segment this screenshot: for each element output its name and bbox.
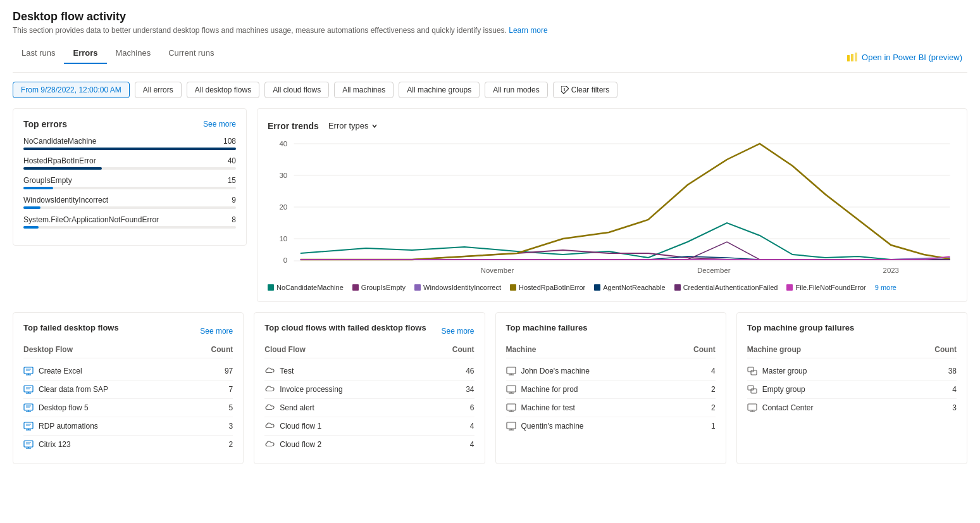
top-machine-failures-card: Top machine failures Machine Count John …	[495, 312, 726, 464]
tab-errors[interactable]: Errors	[64, 43, 106, 64]
error-count: 40	[228, 156, 236, 165]
tab-current-runs[interactable]: Current runs	[159, 43, 223, 64]
chart-header: Error trends Error types	[268, 119, 957, 132]
table-row: Cloud flow 1 4	[264, 417, 474, 436]
error-item: WindowsIdentityIncorrect 9	[23, 196, 236, 209]
top-errors-see-more[interactable]: See more	[203, 120, 236, 129]
legend-item: AgentNotReachable	[594, 284, 665, 291]
machine-group-icon	[747, 366, 757, 376]
top-cloud-flows-card: Top cloud flows with failed desktop flow…	[254, 312, 485, 464]
svg-text:30: 30	[279, 172, 287, 179]
date-filter-button[interactable]: From 9/28/2022, 12:00:00 AM	[13, 82, 130, 98]
tabs-bar: Last runs Errors Machines Current runs	[13, 42, 841, 63]
page-header: Desktop flow activity This section provi…	[13, 10, 967, 35]
table-row: Master group 38	[747, 362, 957, 381]
svg-rect-2	[855, 53, 857, 61]
clear-icon	[561, 86, 569, 94]
cloud-flow-icon	[264, 403, 275, 413]
left-panel: Top errors See more NoCandidateMachine 1…	[13, 108, 247, 312]
table-row: Contact Center 3	[747, 399, 957, 417]
top-failed-desktop-title: Top failed desktop flows	[23, 323, 119, 332]
desktop-flow-icon	[23, 421, 34, 431]
top-errors-card: Top errors See more NoCandidateMachine 1…	[13, 108, 247, 246]
top-machine-group-failures-title: Top machine group failures	[747, 323, 855, 332]
all-machine-groups-filter[interactable]: All machine groups	[399, 82, 480, 98]
table-row: Test 46	[264, 362, 474, 381]
error-name: NoCandidateMachine	[23, 137, 96, 146]
machine-icon	[747, 403, 757, 413]
table-row: Cloud flow 2 4	[264, 436, 474, 453]
chart-title: Error trends	[268, 121, 319, 131]
error-name: System.FileOrApplicationNotFoundError	[23, 215, 159, 224]
cloud-table-header: Cloud Flow Count	[264, 345, 474, 358]
top-failed-desktop-see-more[interactable]: See more	[200, 327, 233, 336]
all-errors-filter[interactable]: All errors	[135, 82, 182, 98]
table-row: RDP automations 3	[23, 417, 233, 436]
table-row: Machine for test 2	[506, 399, 716, 417]
filters-row: From 9/28/2022, 12:00:00 AM All errors A…	[13, 82, 967, 98]
svg-rect-46	[507, 386, 516, 392]
desktop-table-header: Desktop Flow Count	[23, 345, 233, 358]
right-panel: Error trends Error types	[257, 108, 967, 312]
error-count: 15	[228, 176, 236, 185]
tab-machines[interactable]: Machines	[107, 43, 160, 64]
machine-table-header: Machine Count	[506, 345, 716, 358]
svg-rect-1	[851, 54, 853, 61]
error-types-dropdown[interactable]: Error types	[324, 119, 382, 132]
open-powerbi-button[interactable]: Open in Power BI (preview)	[841, 49, 967, 66]
all-cloud-flows-filter[interactable]: All cloud flows	[264, 82, 329, 98]
legend-item: WindowsIdentityIncorrect	[414, 284, 501, 291]
svg-text:2023: 2023	[883, 267, 899, 274]
top-failed-desktop-card: Top failed desktop flows See more Deskto…	[13, 312, 244, 464]
error-count: 108	[223, 137, 236, 146]
error-name: WindowsIdentityIncorrect	[23, 196, 108, 205]
svg-rect-43	[507, 367, 516, 374]
error-item: GroupIsEmpty 15	[23, 176, 236, 189]
desktop-flow-icon	[23, 366, 34, 376]
svg-text:December: December	[697, 267, 731, 274]
top-machine-failures-title: Top machine failures	[506, 323, 588, 332]
table-row: Quentin's machine 1	[506, 417, 716, 435]
svg-marker-3	[561, 86, 569, 94]
svg-rect-0	[847, 55, 850, 61]
svg-text:10: 10	[279, 235, 287, 243]
machine-group-icon	[747, 384, 757, 394]
table-row: Citrix 123 2	[23, 436, 233, 453]
all-run-modes-filter[interactable]: All run modes	[485, 82, 547, 98]
group-table-header: Machine group Count	[747, 345, 957, 358]
legend-item: GroupIsEmpty	[352, 284, 406, 291]
svg-rect-52	[507, 422, 516, 429]
machine-icon	[506, 421, 516, 431]
chevron-down-icon	[371, 123, 378, 129]
machine-icon	[506, 366, 516, 376]
table-row: Empty group 4	[747, 381, 957, 399]
svg-text:40: 40	[279, 140, 287, 148]
tab-last-runs[interactable]: Last runs	[13, 43, 64, 64]
machine-icon	[506, 403, 516, 413]
chart-legend: NoCandidateMachine GroupIsEmpty WindowsI…	[268, 284, 957, 291]
machine-icon	[506, 384, 516, 394]
top-cloud-flows-title: Top cloud flows with failed desktop flow…	[264, 323, 426, 332]
svg-rect-59	[748, 404, 757, 410]
clear-filters-button[interactable]: Clear filters	[553, 82, 618, 98]
chart-card: Error trends Error types	[257, 108, 967, 302]
table-row: Create Excel 97	[23, 362, 233, 381]
all-desktop-flows-filter[interactable]: All desktop flows	[187, 82, 259, 98]
top-cloud-flows-see-more[interactable]: See more	[441, 327, 474, 336]
error-count: 8	[232, 215, 236, 224]
top-errors-header: Top errors See more	[23, 119, 236, 129]
table-row: John Doe's machine 4	[506, 362, 716, 381]
error-item: System.FileOrApplicationNotFoundError 8	[23, 215, 236, 229]
table-row: Invoice processing 34	[264, 381, 474, 399]
all-machines-filter[interactable]: All machines	[334, 82, 394, 98]
cloud-flow-icon	[264, 439, 275, 450]
legend-item-more: 9 more	[875, 284, 896, 291]
table-row: Clear data from SAP 7	[23, 381, 233, 399]
error-name: GroupIsEmpty	[23, 176, 72, 185]
legend-item: HostedRpaBotInError	[510, 284, 585, 291]
page-container: Desktop flow activity This section provi…	[0, 0, 980, 523]
learn-more-link[interactable]: Learn more	[509, 26, 547, 35]
table-row: Machine for prod 2	[506, 381, 716, 399]
svg-text:20: 20	[279, 203, 287, 211]
error-trends-chart: 40 30 20 10 0 November December 2023	[268, 137, 957, 277]
